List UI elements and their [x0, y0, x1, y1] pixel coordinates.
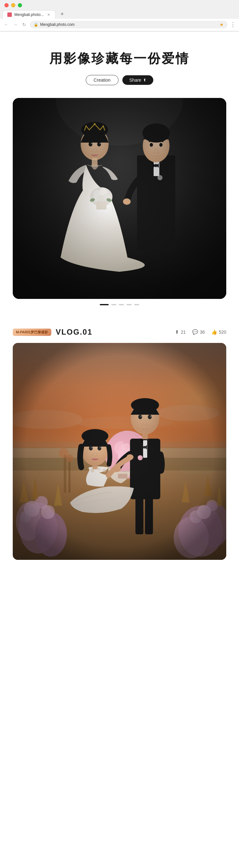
maximize-button[interactable] [18, 3, 22, 7]
active-tab[interactable]: Mengbali.photo... ✕ [3, 10, 56, 19]
page-content: 用影像珍藏每一份爱情 Creation Share ⬆ [0, 32, 239, 598]
svg-rect-35 [13, 98, 226, 299]
slideshow-section [0, 98, 239, 318]
vlog-photo[interactable] [13, 343, 226, 560]
browser-menu-button[interactable]: ⋮ [230, 21, 236, 28]
lock-icon: 🔒 [34, 23, 38, 27]
beach-couple-photo [13, 343, 226, 560]
tab-favicon [7, 12, 12, 17]
creation-button[interactable]: Creation [86, 75, 118, 85]
slide-dot-2[interactable] [111, 304, 116, 305]
url-input[interactable]: 🔒 Mengbali.photo.com ★ [30, 21, 228, 28]
tab-title: Mengbali.photo... [14, 12, 44, 17]
vlog-stats: ⬆ 21 💬 36 👍 520 [175, 329, 226, 335]
forward-button[interactable]: → [12, 21, 19, 28]
svg-rect-106 [13, 343, 226, 560]
hero-section: 用影像珍藏每一份爱情 Creation Share ⬆ [0, 32, 239, 98]
slide-dot-5[interactable] [134, 304, 139, 305]
share-button[interactable]: Share ⬆ [123, 75, 153, 85]
vlog-header: M-PARIS梦巴黎摄影 VLOG.01 ⬆ 21 💬 36 👍 520 [13, 328, 226, 337]
share-arrow-icon: ⬆ [143, 78, 146, 82]
like-stat-icon: 👍 [211, 329, 217, 335]
slide-dot-1[interactable] [100, 304, 109, 305]
hero-buttons: Creation Share ⬆ [86, 75, 153, 85]
new-tab-button[interactable]: + [57, 9, 67, 19]
minimize-button[interactable] [11, 3, 15, 7]
slide-dot-4[interactable] [127, 304, 132, 305]
share-label: Share [129, 78, 141, 83]
tab-close-button[interactable]: ✕ [46, 12, 51, 17]
bookmark-icon[interactable]: ★ [219, 22, 224, 27]
browser-chrome: Mengbali.photo... ✕ + ← → ↻ 🔒 Mengbali.p… [0, 0, 239, 32]
address-bar: ← → ↻ 🔒 Mengbali.photo.com ★ ⋮ [0, 19, 239, 31]
comment-stat-icon: 💬 [192, 329, 198, 335]
vlog-title: VLOG.01 [56, 328, 93, 337]
vlog-section: M-PARIS梦巴黎摄影 VLOG.01 ⬆ 21 💬 36 👍 520 [0, 318, 239, 566]
wedding-photo [13, 98, 226, 299]
comment-stat: 💬 36 [192, 329, 205, 335]
hero-title: 用影像珍藏每一份爱情 [49, 51, 190, 66]
share-count: 21 [181, 330, 186, 335]
refresh-button[interactable]: ↻ [21, 21, 27, 28]
share-stat: ⬆ 21 [175, 329, 186, 335]
url-text: Mengbali.photo.com [40, 22, 75, 27]
vlog-studio-badge: M-PARIS梦巴黎摄影 [13, 329, 51, 336]
slide-dots [13, 299, 226, 308]
share-stat-icon: ⬆ [175, 329, 179, 335]
slideshow-container[interactable] [13, 98, 226, 299]
like-count: 520 [219, 330, 226, 335]
slide-dot-3[interactable] [119, 304, 124, 305]
like-stat: 👍 520 [211, 329, 226, 335]
traffic-lights-row [0, 0, 239, 9]
comment-count: 36 [200, 330, 205, 335]
back-button[interactable]: ← [3, 21, 9, 28]
bottom-padding [0, 566, 239, 598]
close-button[interactable] [4, 3, 9, 7]
